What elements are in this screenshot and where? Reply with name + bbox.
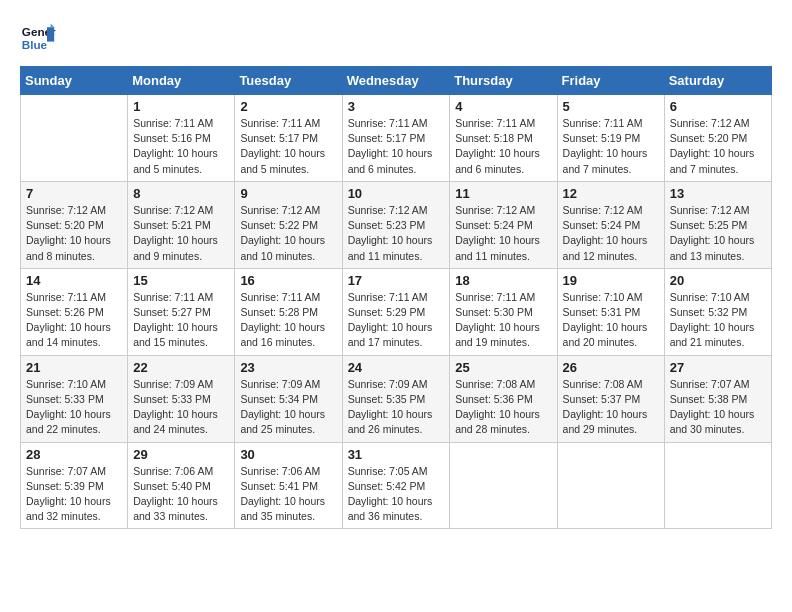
day-number: 15: [133, 273, 229, 288]
day-number: 16: [240, 273, 336, 288]
day-info: Sunrise: 7:11 AMSunset: 5:30 PMDaylight:…: [455, 290, 551, 351]
day-of-week-header: Thursday: [450, 67, 557, 95]
calendar-cell: 22Sunrise: 7:09 AMSunset: 5:33 PMDayligh…: [128, 355, 235, 442]
day-number: 30: [240, 447, 336, 462]
day-info: Sunrise: 7:10 AMSunset: 5:31 PMDaylight:…: [563, 290, 659, 351]
calendar-cell: 17Sunrise: 7:11 AMSunset: 5:29 PMDayligh…: [342, 268, 450, 355]
day-number: 11: [455, 186, 551, 201]
svg-text:Blue: Blue: [22, 38, 48, 51]
calendar-cell: 9Sunrise: 7:12 AMSunset: 5:22 PMDaylight…: [235, 181, 342, 268]
day-number: 14: [26, 273, 122, 288]
calendar-week-row: 28Sunrise: 7:07 AMSunset: 5:39 PMDayligh…: [21, 442, 772, 529]
calendar-week-row: 1Sunrise: 7:11 AMSunset: 5:16 PMDaylight…: [21, 95, 772, 182]
page-header: General Blue: [20, 20, 772, 56]
day-info: Sunrise: 7:11 AMSunset: 5:19 PMDaylight:…: [563, 116, 659, 177]
calendar-cell: 2Sunrise: 7:11 AMSunset: 5:17 PMDaylight…: [235, 95, 342, 182]
day-info: Sunrise: 7:06 AMSunset: 5:41 PMDaylight:…: [240, 464, 336, 525]
day-number: 22: [133, 360, 229, 375]
day-of-week-header: Monday: [128, 67, 235, 95]
calendar-cell: 7Sunrise: 7:12 AMSunset: 5:20 PMDaylight…: [21, 181, 128, 268]
day-number: 21: [26, 360, 122, 375]
day-info: Sunrise: 7:12 AMSunset: 5:22 PMDaylight:…: [240, 203, 336, 264]
day-of-week-header: Sunday: [21, 67, 128, 95]
day-info: Sunrise: 7:12 AMSunset: 5:24 PMDaylight:…: [563, 203, 659, 264]
calendar-cell: 5Sunrise: 7:11 AMSunset: 5:19 PMDaylight…: [557, 95, 664, 182]
day-info: Sunrise: 7:11 AMSunset: 5:16 PMDaylight:…: [133, 116, 229, 177]
calendar-cell: 4Sunrise: 7:11 AMSunset: 5:18 PMDaylight…: [450, 95, 557, 182]
calendar-cell: 21Sunrise: 7:10 AMSunset: 5:33 PMDayligh…: [21, 355, 128, 442]
day-number: 7: [26, 186, 122, 201]
day-number: 2: [240, 99, 336, 114]
calendar-cell: 23Sunrise: 7:09 AMSunset: 5:34 PMDayligh…: [235, 355, 342, 442]
calendar-cell: [557, 442, 664, 529]
day-number: 20: [670, 273, 766, 288]
day-info: Sunrise: 7:12 AMSunset: 5:20 PMDaylight:…: [670, 116, 766, 177]
day-info: Sunrise: 7:11 AMSunset: 5:17 PMDaylight:…: [240, 116, 336, 177]
day-of-week-header: Friday: [557, 67, 664, 95]
day-info: Sunrise: 7:12 AMSunset: 5:20 PMDaylight:…: [26, 203, 122, 264]
logo: General Blue: [20, 20, 56, 56]
calendar-cell: 8Sunrise: 7:12 AMSunset: 5:21 PMDaylight…: [128, 181, 235, 268]
day-number: 28: [26, 447, 122, 462]
calendar-cell: 27Sunrise: 7:07 AMSunset: 5:38 PMDayligh…: [664, 355, 771, 442]
calendar-table: SundayMondayTuesdayWednesdayThursdayFrid…: [20, 66, 772, 529]
calendar-cell: 12Sunrise: 7:12 AMSunset: 5:24 PMDayligh…: [557, 181, 664, 268]
day-of-week-header: Wednesday: [342, 67, 450, 95]
day-number: 31: [348, 447, 445, 462]
day-number: 13: [670, 186, 766, 201]
day-info: Sunrise: 7:11 AMSunset: 5:27 PMDaylight:…: [133, 290, 229, 351]
day-info: Sunrise: 7:08 AMSunset: 5:37 PMDaylight:…: [563, 377, 659, 438]
calendar-cell: 13Sunrise: 7:12 AMSunset: 5:25 PMDayligh…: [664, 181, 771, 268]
day-number: 24: [348, 360, 445, 375]
day-number: 17: [348, 273, 445, 288]
day-info: Sunrise: 7:09 AMSunset: 5:35 PMDaylight:…: [348, 377, 445, 438]
calendar-week-row: 14Sunrise: 7:11 AMSunset: 5:26 PMDayligh…: [21, 268, 772, 355]
day-info: Sunrise: 7:12 AMSunset: 5:24 PMDaylight:…: [455, 203, 551, 264]
calendar-cell: 11Sunrise: 7:12 AMSunset: 5:24 PMDayligh…: [450, 181, 557, 268]
day-info: Sunrise: 7:10 AMSunset: 5:32 PMDaylight:…: [670, 290, 766, 351]
day-info: Sunrise: 7:07 AMSunset: 5:38 PMDaylight:…: [670, 377, 766, 438]
calendar-cell: 18Sunrise: 7:11 AMSunset: 5:30 PMDayligh…: [450, 268, 557, 355]
day-number: 27: [670, 360, 766, 375]
day-info: Sunrise: 7:08 AMSunset: 5:36 PMDaylight:…: [455, 377, 551, 438]
day-number: 18: [455, 273, 551, 288]
calendar-cell: 1Sunrise: 7:11 AMSunset: 5:16 PMDaylight…: [128, 95, 235, 182]
calendar-header: SundayMondayTuesdayWednesdayThursdayFrid…: [21, 67, 772, 95]
day-number: 1: [133, 99, 229, 114]
calendar-cell: 19Sunrise: 7:10 AMSunset: 5:31 PMDayligh…: [557, 268, 664, 355]
day-info: Sunrise: 7:12 AMSunset: 5:23 PMDaylight:…: [348, 203, 445, 264]
day-info: Sunrise: 7:07 AMSunset: 5:39 PMDaylight:…: [26, 464, 122, 525]
day-number: 5: [563, 99, 659, 114]
day-info: Sunrise: 7:12 AMSunset: 5:25 PMDaylight:…: [670, 203, 766, 264]
calendar-cell: 14Sunrise: 7:11 AMSunset: 5:26 PMDayligh…: [21, 268, 128, 355]
calendar-cell: 25Sunrise: 7:08 AMSunset: 5:36 PMDayligh…: [450, 355, 557, 442]
calendar-week-row: 21Sunrise: 7:10 AMSunset: 5:33 PMDayligh…: [21, 355, 772, 442]
day-of-week-header: Tuesday: [235, 67, 342, 95]
calendar-cell: 30Sunrise: 7:06 AMSunset: 5:41 PMDayligh…: [235, 442, 342, 529]
day-info: Sunrise: 7:11 AMSunset: 5:29 PMDaylight:…: [348, 290, 445, 351]
calendar-cell: 10Sunrise: 7:12 AMSunset: 5:23 PMDayligh…: [342, 181, 450, 268]
day-number: 29: [133, 447, 229, 462]
day-info: Sunrise: 7:05 AMSunset: 5:42 PMDaylight:…: [348, 464, 445, 525]
calendar-week-row: 7Sunrise: 7:12 AMSunset: 5:20 PMDaylight…: [21, 181, 772, 268]
day-info: Sunrise: 7:09 AMSunset: 5:33 PMDaylight:…: [133, 377, 229, 438]
day-info: Sunrise: 7:12 AMSunset: 5:21 PMDaylight:…: [133, 203, 229, 264]
calendar-cell: 6Sunrise: 7:12 AMSunset: 5:20 PMDaylight…: [664, 95, 771, 182]
calendar-cell: [21, 95, 128, 182]
calendar-cell: 29Sunrise: 7:06 AMSunset: 5:40 PMDayligh…: [128, 442, 235, 529]
day-info: Sunrise: 7:10 AMSunset: 5:33 PMDaylight:…: [26, 377, 122, 438]
calendar-cell: 20Sunrise: 7:10 AMSunset: 5:32 PMDayligh…: [664, 268, 771, 355]
calendar-cell: 16Sunrise: 7:11 AMSunset: 5:28 PMDayligh…: [235, 268, 342, 355]
day-number: 26: [563, 360, 659, 375]
day-info: Sunrise: 7:11 AMSunset: 5:28 PMDaylight:…: [240, 290, 336, 351]
logo-icon: General Blue: [20, 20, 56, 56]
day-info: Sunrise: 7:11 AMSunset: 5:18 PMDaylight:…: [455, 116, 551, 177]
day-info: Sunrise: 7:09 AMSunset: 5:34 PMDaylight:…: [240, 377, 336, 438]
day-number: 8: [133, 186, 229, 201]
day-info: Sunrise: 7:06 AMSunset: 5:40 PMDaylight:…: [133, 464, 229, 525]
svg-marker-2: [47, 27, 54, 41]
day-info: Sunrise: 7:11 AMSunset: 5:17 PMDaylight:…: [348, 116, 445, 177]
day-number: 25: [455, 360, 551, 375]
day-number: 10: [348, 186, 445, 201]
day-number: 9: [240, 186, 336, 201]
